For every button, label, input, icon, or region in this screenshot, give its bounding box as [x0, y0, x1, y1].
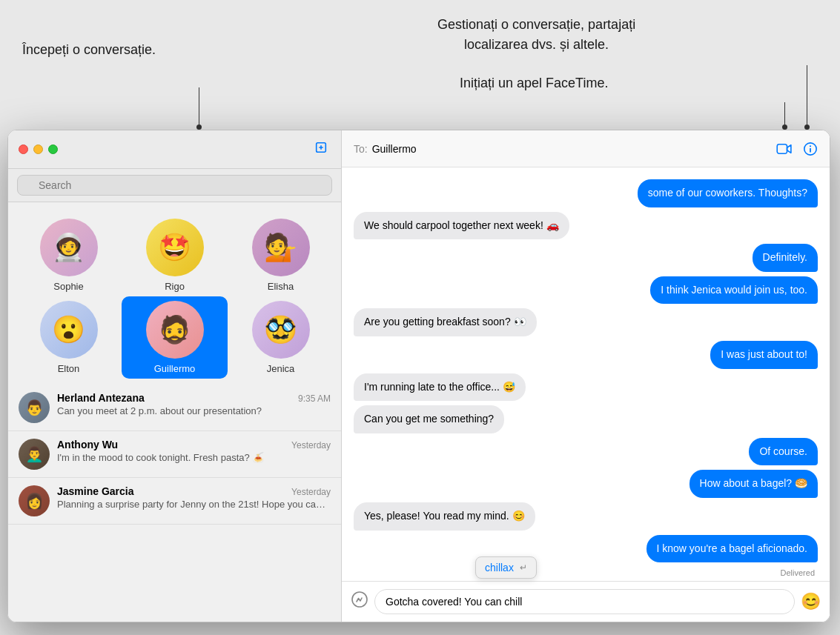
message-row: Of course.: [354, 438, 818, 466]
convo-avatar: 👨‍🦱: [19, 439, 50, 470]
message-bubble: We should carpool together next week! 🚗: [354, 212, 569, 240]
convo-preview: Planning a surprise party for Jenny on t…: [57, 499, 331, 511]
avatar-elton: 😮: [40, 301, 98, 359]
message-row: I know you're a bagel aficionado.: [354, 535, 818, 563]
message-bubble: Definitely.: [753, 244, 818, 272]
svg-point-6: [810, 145, 811, 147]
convo-content: Anthony WuYesterdayI'm in the mood to co…: [57, 439, 331, 465]
conversation-list: 👨Herland Antezana9:35 AMCan you meet at …: [8, 385, 341, 622]
annotation-compose: Începeți o conversație.: [22, 41, 156, 59]
message-row: Yes, please! You read my mind. 😊: [354, 502, 818, 531]
chat-area: To: Guillermo s: [342, 130, 830, 622]
convo-content: Herland Antezana9:35 AMCan you meet at 2…: [57, 392, 331, 418]
message-bubble: Are you getting breakfast soon? 👀: [354, 308, 537, 336]
autocomplete-accept: ↵: [520, 562, 527, 573]
convo-time: 9:35 AM: [298, 393, 331, 404]
conversation-item-jasmine-garcia[interactable]: 👩Jasmine GarciaYesterdayPlanning a surpr…: [8, 478, 341, 525]
avatar-sophie: 🧑‍🚀: [40, 219, 98, 276]
messages-container: some of our coworkers. Thoughts?We shoul…: [342, 167, 830, 581]
close-button[interactable]: [19, 144, 28, 154]
convo-preview: I'm in the mood to cook tonight. Fresh p…: [57, 452, 331, 465]
convo-avatar: 👨: [19, 392, 50, 423]
search-input[interactable]: [17, 175, 332, 196]
message-row: I was just about to!: [354, 341, 818, 369]
to-label: To:: [354, 143, 368, 155]
svg-rect-3: [777, 144, 787, 153]
facetime-button[interactable]: [776, 143, 793, 155]
avatar-guillermo: 🧔: [146, 301, 204, 359]
convo-preview: Can you meet at 2 p.m. about our present…: [57, 405, 331, 418]
message-bubble: Of course.: [749, 438, 818, 466]
convo-name: Herland Antezana: [57, 392, 145, 404]
message-row: Definitely.: [354, 244, 818, 272]
chat-input-area: chillax ↵ 😊: [342, 581, 830, 622]
conversation-item-anthony-wu[interactable]: 👨‍🦱Anthony WuYesterdayI'm in the mood to…: [8, 431, 341, 478]
info-button[interactable]: [803, 142, 818, 156]
convo-name: Jasmine Garcia: [57, 485, 134, 497]
convo-time: Yesterday: [291, 487, 331, 497]
contact-name-guillermo: Guillermo: [154, 363, 196, 374]
avatar-elisha: 💁: [252, 219, 310, 276]
contact-name-rigo: Rigo: [165, 281, 185, 292]
message-row: I'm running late to the office... 😅: [354, 373, 818, 402]
convo-time: Yesterday: [291, 440, 331, 451]
message-bubble: Can you get me something?: [354, 405, 504, 433]
message-bubble: I was just about to!: [710, 341, 818, 369]
sidebar: 🔍 🧑‍🚀Sophie🤩Rigo💁Elisha😮Elton🧔Guillermo🥸…: [8, 130, 342, 622]
message-row: We should carpool together next week! 🚗: [354, 212, 818, 240]
app-store-button[interactable]: [351, 591, 368, 613]
pinned-contact-elton[interactable]: 😮Elton: [16, 296, 122, 379]
message-row: some of our coworkers. Thoughts?: [354, 179, 818, 207]
contact-name-elton: Elton: [58, 363, 80, 374]
minimize-button[interactable]: [33, 144, 43, 154]
chat-header: To: Guillermo: [342, 130, 830, 167]
main-window: 🔍 🧑‍🚀Sophie🤩Rigo💁Elisha😮Elton🧔Guillermo🥸…: [7, 130, 830, 622]
message-bubble: Yes, please! You read my mind. 😊: [354, 502, 535, 531]
message-bubble: How about a bagel? 🥯: [689, 470, 818, 498]
emoji-button[interactable]: 😊: [801, 592, 821, 611]
traffic-lights: [19, 144, 58, 154]
compose-button[interactable]: [311, 139, 331, 159]
convo-avatar: 👩: [19, 485, 50, 516]
delivered-label: Delivered: [354, 568, 815, 577]
maximize-button[interactable]: [48, 144, 58, 154]
title-bar: [8, 130, 341, 169]
message-bubble: I'm running late to the office... 😅: [354, 373, 526, 402]
pinned-contact-rigo[interactable]: 🤩Rigo: [122, 214, 228, 296]
annotation-manage: Gestionați o conversație, partajațilocal…: [437, 15, 635, 55]
conversation-item-herland-antezana[interactable]: 👨Herland Antezana9:35 AMCan you meet at …: [8, 385, 341, 431]
contact-name-jenica: Jenica: [267, 363, 295, 374]
autocomplete-word: chillax: [485, 562, 514, 574]
message-row: Can you get me something?: [354, 405, 818, 433]
search-bar: 🔍: [8, 169, 341, 202]
header-actions: [776, 142, 818, 156]
contact-name-elisha: Elisha: [268, 281, 294, 292]
message-bubble: I know you're a bagel aficionado.: [646, 535, 818, 563]
message-row: Are you getting breakfast soon? 👀: [354, 308, 818, 336]
convo-name: Anthony Wu: [57, 439, 118, 451]
contact-name-sophie: Sophie: [53, 281, 83, 292]
chat-recipient: Guillermo: [372, 143, 417, 155]
message-bubble: some of our coworkers. Thoughts?: [638, 179, 818, 207]
avatar-jenica: 🥸: [252, 301, 310, 359]
message-row: I think Jenica would join us, too.: [354, 276, 818, 305]
message-bubble: I think Jenica would join us, too.: [650, 276, 818, 305]
convo-content: Jasmine GarciaYesterdayPlanning a surpri…: [57, 485, 331, 511]
annotation-facetime: Inițiați un apel FaceTime.: [460, 74, 608, 93]
message-input[interactable]: [374, 589, 795, 614]
pinned-contact-guillermo[interactable]: 🧔Guillermo: [122, 296, 228, 379]
message-row: How about a bagel? 🥯: [354, 470, 818, 498]
pinned-contact-elisha[interactable]: 💁Elisha: [228, 214, 334, 296]
autocomplete-popup: chillax ↵: [475, 556, 537, 579]
pinned-contact-jenica[interactable]: 🥸Jenica: [228, 296, 334, 379]
pinned-contact-sophie[interactable]: 🧑‍🚀Sophie: [16, 214, 122, 296]
pinned-contacts-grid: 🧑‍🚀Sophie🤩Rigo💁Elisha😮Elton🧔Guillermo🥸Je…: [8, 202, 341, 385]
avatar-rigo: 🤩: [146, 219, 204, 276]
